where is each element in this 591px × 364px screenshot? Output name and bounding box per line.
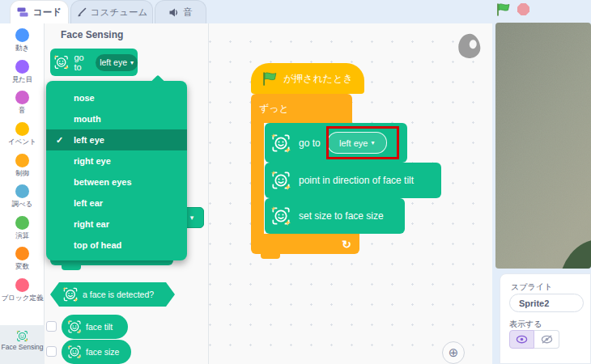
- forever-block-notch: [261, 254, 280, 259]
- category-sound[interactable]: 音: [0, 87, 45, 119]
- zoom-in-button[interactable]: ⊕: [442, 341, 465, 364]
- menu-item-right-ear[interactable]: right ear: [46, 214, 187, 235]
- code-blocks-icon: [17, 7, 29, 18]
- palette-header: Face Sensing: [61, 29, 123, 40]
- face-icon: [270, 169, 292, 192]
- tab-code-label: コード: [33, 6, 62, 19]
- goto-label: go to: [74, 53, 91, 72]
- loop-arrow-icon: ↻: [342, 238, 351, 251]
- forever-block-bottom[interactable]: ↻: [251, 234, 359, 254]
- face-icon: [66, 344, 83, 360]
- face-icon: [66, 319, 83, 335]
- forever-block-spine: [251, 123, 264, 234]
- sprite-panel-title: スプライト: [511, 281, 552, 293]
- green-flag-icon: [262, 72, 278, 86]
- when-flag-clicked-block[interactable]: が押されたとき: [251, 63, 364, 94]
- control-color-dot: [15, 154, 29, 167]
- tab-costumes[interactable]: コスチューム: [70, 0, 153, 23]
- forever-block-top[interactable]: ずっと: [251, 94, 352, 123]
- category-list: 動き 見た目 音 イベント 制御 調べる 演算 変数: [0, 25, 45, 307]
- chevron-down-icon: ▾: [190, 214, 194, 222]
- scratch-editor: コード コスチューム 音 動き 見た目 音: [0, 0, 591, 364]
- tab-sounds-label: 音: [183, 6, 193, 19]
- category-events[interactable]: イベント: [0, 119, 45, 150]
- palette-goto-block[interactable]: go to left eye ▾: [50, 49, 138, 76]
- face-size-reporter[interactable]: face size: [62, 340, 131, 364]
- category-variables[interactable]: 変数: [0, 243, 45, 275]
- face-icon: [62, 286, 79, 303]
- face-tilt-reporter[interactable]: face tilt: [62, 315, 128, 339]
- menu-item-left-eye[interactable]: ✓ left eye: [46, 129, 187, 150]
- paintbrush-icon: [76, 7, 87, 18]
- menu-item-mouth[interactable]: mouth: [46, 108, 187, 129]
- looks-color-dot: [15, 60, 29, 74]
- face-icon: [270, 205, 292, 227]
- chevron-down-icon: ▾: [130, 59, 134, 66]
- goto-dropdown[interactable]: left eye ▾: [96, 54, 138, 71]
- variables-color-dot: [15, 247, 29, 260]
- category-sensing[interactable]: 調べる: [0, 181, 45, 213]
- eye-hidden-icon: [541, 335, 553, 344]
- operators-color-dot: [15, 216, 29, 230]
- sound-color-dot: [15, 91, 29, 104]
- category-myblocks[interactable]: ブロック定義: [0, 275, 45, 307]
- zoom-in-icon: ⊕: [449, 345, 459, 360]
- goto-dropdown-menu: nose mouth ✓ left eye right eye between …: [46, 81, 187, 260]
- webcam-wall-image: [495, 23, 591, 269]
- speaker-icon: [168, 7, 179, 18]
- set-size-face-size-block[interactable]: set size to face size: [265, 198, 405, 234]
- category-operators[interactable]: 演算: [0, 213, 45, 244]
- face-detected-block[interactable]: a face is detected?: [50, 282, 175, 307]
- myblocks-color-dot: [15, 278, 29, 292]
- face-tilt-checkbox[interactable]: [46, 321, 57, 332]
- script-goto-block[interactable]: go to left eye ▾: [265, 123, 407, 163]
- blob-hole: [469, 40, 477, 49]
- category-looks[interactable]: 見た目: [0, 57, 45, 88]
- face-icon: [53, 53, 70, 72]
- sprite-name-input[interactable]: [509, 294, 584, 312]
- menu-item-top-of-head[interactable]: top of head: [46, 235, 187, 256]
- checkmark-icon: ✓: [56, 129, 63, 150]
- stop-button[interactable]: [517, 3, 529, 15]
- eye-visible-icon: [516, 335, 528, 344]
- menu-item-right-eye[interactable]: right eye: [46, 150, 187, 171]
- stage-webcam-view: [495, 23, 591, 269]
- sprite-info-panel: スプライト 表示する: [500, 273, 591, 364]
- show-sprite-button[interactable]: [509, 330, 534, 349]
- sensing-color-dot: [15, 184, 29, 198]
- tab-costumes-label: コスチューム: [91, 6, 147, 19]
- menu-item-between-eyes[interactable]: between eyes: [46, 171, 187, 193]
- category-face-sensing[interactable]: Face Sensing: [0, 325, 45, 364]
- face-size-checkbox[interactable]: [46, 346, 57, 357]
- point-direction-face-tilt-block[interactable]: point in direction of face tilt: [265, 163, 441, 198]
- face-sensing-icon: [15, 329, 29, 343]
- script-goto-dropdown[interactable]: left eye ▾: [327, 132, 387, 154]
- partially-hidden-block-notch: [62, 265, 81, 270]
- tab-code[interactable]: コード: [10, 0, 69, 23]
- visibility-label: 表示する: [509, 319, 542, 330]
- motion-color-dot: [15, 28, 29, 42]
- chevron-down-icon: ▾: [371, 139, 374, 146]
- hide-sprite-button[interactable]: [534, 330, 559, 349]
- category-motion[interactable]: 動き: [0, 25, 45, 57]
- face-icon: [270, 132, 292, 154]
- menu-item-left-ear[interactable]: left ear: [46, 193, 187, 214]
- menu-item-nose[interactable]: nose: [46, 87, 187, 108]
- events-color-dot: [15, 122, 29, 136]
- green-flag-button[interactable]: [496, 3, 511, 16]
- tab-sounds[interactable]: 音: [155, 0, 206, 23]
- category-control[interactable]: 制御: [0, 150, 45, 182]
